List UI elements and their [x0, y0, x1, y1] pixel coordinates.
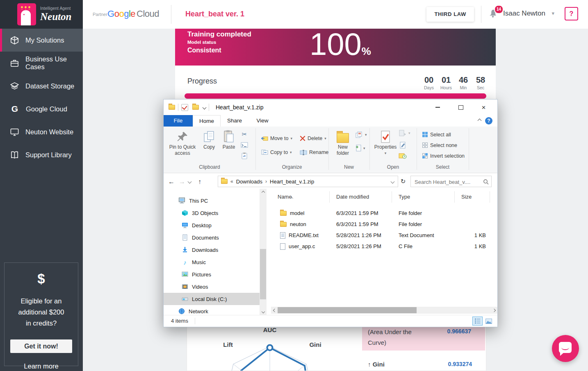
- explorer-titlebar: Heart_beat_v.1.zip ×: [164, 100, 497, 115]
- help-button[interactable]: ?: [565, 7, 578, 20]
- partner-label: Partner: [93, 12, 107, 17]
- notifications-button[interactable]: 14: [488, 7, 500, 21]
- recent-locations-icon[interactable]: [188, 180, 192, 184]
- tab-view[interactable]: View: [248, 115, 276, 127]
- nav-pictures[interactable]: Pictures: [182, 268, 211, 281]
- column-size[interactable]: Size: [455, 191, 490, 203]
- search-input[interactable]: [414, 177, 481, 186]
- nav-videos[interactable]: Videos: [182, 281, 208, 293]
- nav-network[interactable]: Network: [178, 305, 208, 315]
- scroll-up-button[interactable]: [260, 189, 267, 196]
- explorer-help-icon[interactable]: ?: [485, 117, 492, 124]
- nav-scrollbar-thumb[interactable]: [260, 249, 266, 299]
- paste-button[interactable]: Paste: [219, 129, 238, 150]
- column-name[interactable]: Name: [271, 191, 330, 203]
- cut-button[interactable]: ✂: [240, 130, 249, 139]
- close-button[interactable]: ×: [474, 100, 493, 115]
- get-it-now-button[interactable]: Get it now!: [10, 339, 72, 353]
- scroll-right-button[interactable]: [490, 307, 497, 314]
- copy-button[interactable]: Copy: [200, 129, 219, 150]
- easy-access-button[interactable]: ▾: [356, 131, 367, 138]
- file-row-model[interactable]: model 6/3/2021 1:59 PM File folder: [271, 208, 494, 219]
- breadcrumb-current[interactable]: Heart_beat_v.1.zip: [270, 179, 314, 185]
- file-list-hscrollbar[interactable]: [271, 307, 497, 314]
- copy-to-button[interactable]: Copy to▾: [261, 149, 292, 155]
- app-logo[interactable]: Intelligent Agent Neuton: [0, 0, 83, 29]
- chat-button[interactable]: [552, 335, 579, 362]
- minimize-button[interactable]: [428, 100, 447, 115]
- file-row-user-app[interactable]: user_app.c 5/28/2021 1:26 PM C File 1 KB: [271, 241, 494, 252]
- invert-selection-button[interactable]: Invert selection: [422, 153, 465, 159]
- column-date-modified[interactable]: Date modified: [330, 191, 392, 203]
- move-to-button[interactable]: Move to▾: [261, 136, 292, 141]
- copy-to-icon: [261, 149, 268, 155]
- user-caret-icon[interactable]: ▾: [552, 10, 554, 16]
- scroll-down-button[interactable]: [260, 308, 267, 315]
- file-row-readme[interactable]: README.txt 5/28/2021 1:26 PM Text Docume…: [271, 230, 494, 241]
- address-dropdown-icon[interactable]: [391, 179, 395, 183]
- address-box[interactable]: « Downloads › Heart_beat_v.1.zip: [218, 176, 398, 187]
- nav-scrollbar[interactable]: [260, 189, 267, 315]
- sidebar-item-my-solutions[interactable]: My Solutions: [0, 29, 83, 52]
- nav-documents[interactable]: Documents: [182, 231, 219, 244]
- metric-gini-value: 0.933274: [448, 361, 472, 367]
- breadcrumb-collapsed[interactable]: «: [230, 179, 233, 184]
- scissors-icon: ✂: [242, 131, 247, 138]
- thumbnail-view-button[interactable]: [483, 317, 494, 326]
- sidebar-item-dataset-storage[interactable]: Dataset Storage: [0, 75, 83, 97]
- nav-local-disk-c[interactable]: Local Disk (C:): [164, 293, 260, 305]
- third-law-button[interactable]: THIRD LAW: [426, 7, 474, 22]
- new-item-caret-icon: ▾: [363, 146, 365, 150]
- progress-label: Progress: [187, 77, 217, 86]
- history-button[interactable]: [398, 151, 407, 160]
- select-all-button[interactable]: Select all: [422, 131, 451, 138]
- hscrollbar-thumb[interactable]: [278, 307, 417, 313]
- google-cloud-logo: GoogleCloud: [107, 9, 159, 19]
- paste-shortcut-button[interactable]: [240, 151, 249, 160]
- nav-music[interactable]: ♪ Music: [182, 256, 206, 268]
- breadcrumb-downloads[interactable]: Downloads: [236, 179, 262, 185]
- google-g-icon: G: [10, 104, 20, 114]
- delete-button[interactable]: Delete▾: [300, 136, 326, 141]
- maximize-button[interactable]: [451, 100, 470, 115]
- sidebar-item-business-use-cases[interactable]: Business Use Cases: [0, 52, 83, 75]
- sidebar-item-neuton-website[interactable]: Neuton Website: [0, 120, 83, 143]
- forward-button[interactable]: →: [177, 178, 187, 186]
- properties-button[interactable]: Properties ▾: [374, 129, 397, 156]
- nav-downloads[interactable]: Downloads: [182, 244, 218, 256]
- column-type[interactable]: Type: [392, 191, 455, 203]
- file-row-neuton[interactable]: neuton 6/3/2021 1:59 PM File folder: [271, 219, 494, 230]
- refresh-button[interactable]: ↻: [398, 176, 408, 187]
- scroll-left-button[interactable]: [271, 307, 278, 314]
- model-status-value: Consistent: [187, 47, 221, 54]
- new-folder-button[interactable]: New folder: [332, 129, 354, 156]
- edit-button[interactable]: [398, 140, 407, 149]
- new-item-button[interactable]: ▾: [356, 145, 365, 152]
- nav-desktop[interactable]: Desktop: [182, 219, 212, 231]
- nav-this-pc[interactable]: This PC: [178, 195, 208, 207]
- details-view-button[interactable]: [472, 317, 483, 326]
- tab-share[interactable]: Share: [221, 115, 248, 127]
- up-button[interactable]: ↑: [194, 178, 205, 186]
- tab-file[interactable]: File: [164, 115, 193, 127]
- metric-auc-value: 0.966637: [447, 328, 471, 335]
- pin-to-quick-access-button[interactable]: Pin to Quick access: [167, 129, 198, 156]
- sidebar-item-support-library[interactable]: Support Library: [0, 143, 83, 166]
- rename-button[interactable]: Rename: [300, 149, 328, 155]
- qat-folder-icon[interactable]: [192, 105, 199, 110]
- user-menu[interactable]: Isaac Newton: [503, 9, 545, 18]
- sidebar-item-google-cloud[interactable]: G Google Cloud: [0, 97, 83, 120]
- dollar-icon: $: [5, 271, 78, 287]
- learn-more-link[interactable]: Learn more: [5, 362, 78, 370]
- nav-3d-objects[interactable]: 3D Objects: [182, 207, 218, 219]
- radar-svg: [214, 334, 325, 371]
- qat-checkbox-icon[interactable]: [181, 104, 188, 111]
- tab-home[interactable]: Home: [193, 115, 221, 127]
- copy-path-button[interactable]: [240, 140, 249, 149]
- back-button[interactable]: ←: [166, 178, 177, 186]
- briefcase-icon: [10, 59, 19, 68]
- select-none-button[interactable]: Select none: [422, 142, 457, 148]
- layers-icon: [10, 81, 19, 91]
- qat-customize-icon[interactable]: [203, 105, 207, 109]
- open-with-button[interactable]: ▾: [399, 130, 410, 136]
